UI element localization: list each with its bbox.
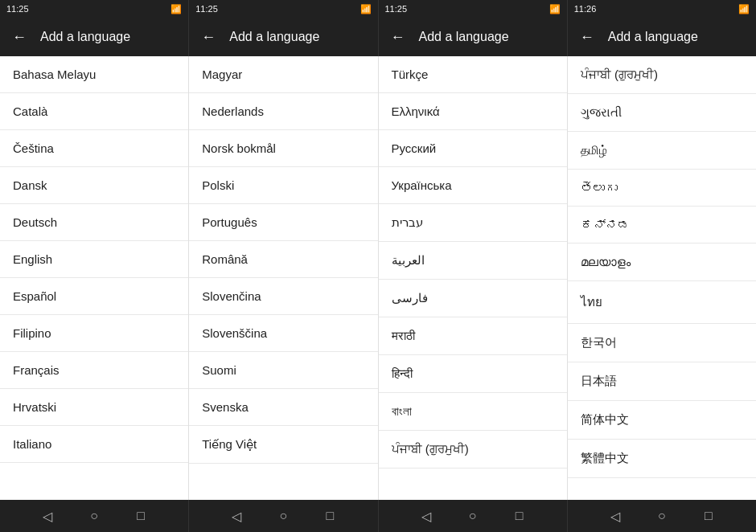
list-item[interactable]: Français [0, 352, 188, 389]
recent-nav-1[interactable]: □ [129, 505, 152, 527]
status-section-1: 11:25 📶 [0, 0, 189, 18]
nav-section-2: ◁ ○ □ [189, 500, 378, 532]
list-item[interactable]: Norsk bokmål [189, 130, 377, 167]
list-item[interactable]: Română [189, 241, 377, 278]
panel-headers-row: ← Add a language ← Add a language ← Add … [0, 18, 756, 56]
list-item[interactable]: Suomi [189, 352, 377, 389]
home-nav-1[interactable]: ○ [83, 505, 105, 527]
list-item[interactable]: Nederlands [189, 93, 377, 130]
list-item[interactable]: മലയാളം [568, 243, 756, 281]
list-item[interactable]: தமிழ் [568, 132, 756, 170]
language-list-3: TürkçeΕλληνικάРусскийУкраїнськаעבריתالعر… [379, 56, 568, 500]
time-1: 11:25 [6, 4, 29, 14]
list-item[interactable]: Türkçe [379, 56, 567, 93]
list-item[interactable]: עברית [379, 204, 567, 242]
icons-1: 📶 [171, 4, 182, 14]
list-item[interactable]: Čeština [0, 130, 188, 167]
status-section-4: 11:26 📶 [568, 0, 756, 18]
list-item[interactable]: Deutsch [0, 204, 188, 241]
list-item[interactable]: English [0, 241, 188, 278]
list-item[interactable]: العربية [379, 242, 567, 280]
list-item[interactable]: ಕನ್ನಡ [568, 207, 756, 243]
back-nav-2[interactable]: ◁ [225, 505, 248, 527]
back-button-4[interactable]: ← [576, 26, 598, 48]
list-item[interactable]: Slovenščina [189, 315, 377, 352]
back-nav-3[interactable]: ◁ [415, 505, 438, 527]
list-item[interactable]: ਪੰਜਾਬੀ (ਗੁਰਮੁਖੀ) [568, 56, 756, 94]
list-item[interactable]: Català [0, 93, 188, 130]
icons-2: 📶 [360, 4, 372, 14]
home-nav-2[interactable]: ○ [272, 505, 294, 527]
recent-nav-3[interactable]: □ [508, 505, 531, 527]
language-list-2: MagyarNederlandsNorsk bokmålPolskiPortug… [189, 56, 378, 500]
recent-nav-4[interactable]: □ [697, 505, 720, 527]
list-item[interactable]: Português [189, 204, 377, 241]
list-item[interactable]: ไทย [568, 281, 756, 324]
nav-section-4: ◁ ○ □ [568, 500, 756, 532]
list-item[interactable]: Polski [189, 167, 377, 204]
panel-title-2: Add a language [229, 30, 369, 44]
list-item[interactable]: Hrvatski [0, 389, 188, 426]
list-item[interactable]: Español [0, 278, 188, 315]
back-button-2[interactable]: ← [197, 26, 220, 48]
panel-header-3: ← Add a language [379, 18, 568, 56]
panel-header-4: ← Add a language [568, 18, 756, 56]
panel-header-1: ← Add a language [0, 18, 189, 56]
list-item[interactable]: ગુજરાતી [568, 94, 756, 132]
list-item[interactable]: मराठी [379, 317, 567, 355]
lists-row: Bahasa MelayuCatalàČeštinaDanskDeutschEn… [0, 56, 756, 500]
list-item[interactable]: తెలుగు [568, 170, 756, 207]
back-nav-1[interactable]: ◁ [36, 505, 59, 527]
list-item[interactable]: Dansk [0, 167, 188, 204]
list-item[interactable]: 한국어 [568, 324, 756, 362]
list-item[interactable]: 简体中文 [568, 401, 756, 440]
icons-4: 📶 [738, 4, 750, 14]
back-button-3[interactable]: ← [387, 26, 409, 48]
list-item[interactable]: हिन्दी [379, 355, 567, 393]
list-item[interactable]: 日本語 [568, 362, 756, 401]
status-section-3: 11:25 📶 [379, 0, 568, 18]
list-item[interactable]: বাংলা [379, 393, 567, 431]
status-bar-row: 11:25 📶 11:25 📶 11:25 📶 11:26 📶 [0, 0, 756, 18]
nav-bar: ◁ ○ □ ◁ ○ □ ◁ ○ □ ◁ ○ □ [0, 500, 756, 532]
time-4: 11:26 [574, 4, 597, 14]
list-item[interactable]: Slovenčina [189, 278, 377, 315]
list-item[interactable]: Ελληνικά [379, 93, 567, 130]
list-item[interactable]: Bahasa Melayu [0, 56, 188, 93]
list-item[interactable]: Tiếng Việt [189, 426, 377, 464]
status-section-2: 11:25 📶 [189, 0, 378, 18]
icons-3: 📶 [549, 4, 561, 14]
panel-header-2: ← Add a language [189, 18, 378, 56]
time-3: 11:25 [385, 4, 408, 14]
list-item[interactable]: ਪੰਜਾਬੀ (ਗੁਰਮੁਖੀ) [379, 431, 567, 469]
nav-section-1: ◁ ○ □ [0, 500, 189, 532]
back-button-1[interactable]: ← [8, 26, 31, 48]
home-nav-4[interactable]: ○ [651, 505, 673, 527]
list-item[interactable]: Русский [379, 130, 567, 167]
recent-nav-2[interactable]: □ [318, 505, 341, 527]
language-list-4: ਪੰਜਾਬੀ (ਗੁਰਮੁਖੀ)ગુજરાતીதமிழ்తెలుగుಕನ್ನಡമ… [568, 56, 756, 500]
list-item[interactable]: Magyar [189, 56, 377, 93]
time-2: 11:25 [195, 4, 218, 14]
home-nav-3[interactable]: ○ [462, 505, 484, 527]
nav-section-3: ◁ ○ □ [379, 500, 568, 532]
language-list-1: Bahasa MelayuCatalàČeštinaDanskDeutschEn… [0, 56, 189, 500]
back-nav-4[interactable]: ◁ [604, 505, 627, 527]
panel-title-1: Add a language [40, 30, 180, 44]
list-item[interactable]: 繁體中文 [568, 440, 756, 478]
list-item[interactable]: Italiano [0, 426, 188, 463]
list-item[interactable]: Українська [379, 167, 567, 204]
list-item[interactable]: فارسی [379, 280, 567, 317]
panel-title-3: Add a language [419, 30, 559, 44]
list-item[interactable]: Filipino [0, 315, 188, 352]
panel-title-4: Add a language [608, 30, 748, 44]
list-item[interactable]: Svenska [189, 389, 377, 426]
